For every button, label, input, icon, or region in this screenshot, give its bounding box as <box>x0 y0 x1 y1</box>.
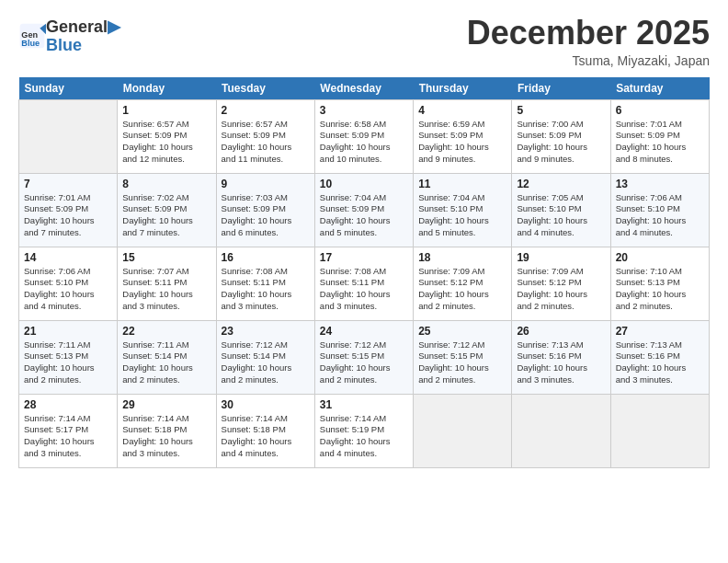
calendar-cell: 31Sunrise: 7:14 AM Sunset: 5:19 PM Dayli… <box>314 394 413 467</box>
calendar-cell: 19Sunrise: 7:09 AM Sunset: 5:12 PM Dayli… <box>512 247 610 320</box>
calendar-cell: 1Sunrise: 6:57 AM Sunset: 5:09 PM Daylig… <box>118 99 216 173</box>
day-info: Sunrise: 7:14 AM Sunset: 5:18 PM Dayligh… <box>222 413 310 460</box>
day-info: Sunrise: 7:12 AM Sunset: 5:15 PM Dayligh… <box>418 339 506 386</box>
calendar-cell: 17Sunrise: 7:08 AM Sunset: 5:11 PM Dayli… <box>314 247 413 320</box>
calendar-cell: 30Sunrise: 7:14 AM Sunset: 5:18 PM Dayli… <box>216 394 314 467</box>
calendar-cell: 29Sunrise: 7:14 AM Sunset: 5:18 PM Dayli… <box>118 394 216 467</box>
weekday-header-friday: Friday <box>512 77 610 100</box>
day-number: 25 <box>418 325 506 338</box>
calendar-cell: 15Sunrise: 7:07 AM Sunset: 5:11 PM Dayli… <box>118 247 216 320</box>
day-info: Sunrise: 7:01 AM Sunset: 5:09 PM Dayligh… <box>24 192 112 239</box>
day-info: Sunrise: 7:05 AM Sunset: 5:10 PM Dayligh… <box>517 192 605 239</box>
day-info: Sunrise: 7:09 AM Sunset: 5:12 PM Dayligh… <box>418 266 506 313</box>
calendar-cell: 13Sunrise: 7:06 AM Sunset: 5:10 PM Dayli… <box>610 173 709 247</box>
day-info: Sunrise: 7:12 AM Sunset: 5:15 PM Dayligh… <box>320 339 408 386</box>
calendar-cell: 28Sunrise: 7:14 AM Sunset: 5:17 PM Dayli… <box>19 394 118 467</box>
calendar-week-3: 14Sunrise: 7:06 AM Sunset: 5:10 PM Dayli… <box>19 247 710 320</box>
day-info: Sunrise: 6:57 AM Sunset: 5:09 PM Dayligh… <box>122 119 210 166</box>
location: Tsuma, Miyazaki, Japan <box>467 53 710 68</box>
day-number: 8 <box>122 178 210 190</box>
svg-text:Blue: Blue <box>21 39 40 48</box>
day-number: 6 <box>616 104 704 117</box>
day-number: 19 <box>517 251 605 264</box>
day-info: Sunrise: 7:11 AM Sunset: 5:14 PM Dayligh… <box>122 339 210 386</box>
logo-icon: Gen Blue <box>18 22 46 50</box>
calendar-cell: 7Sunrise: 7:01 AM Sunset: 5:09 PM Daylig… <box>19 173 118 247</box>
day-info: Sunrise: 7:06 AM Sunset: 5:10 PM Dayligh… <box>24 266 112 313</box>
calendar-cell <box>414 394 512 467</box>
day-info: Sunrise: 6:59 AM Sunset: 5:09 PM Dayligh… <box>418 119 506 166</box>
calendar-cell: 20Sunrise: 7:10 AM Sunset: 5:13 PM Dayli… <box>610 247 709 320</box>
day-info: Sunrise: 7:13 AM Sunset: 5:16 PM Dayligh… <box>616 339 704 386</box>
calendar-cell: 5Sunrise: 7:00 AM Sunset: 5:09 PM Daylig… <box>512 99 610 173</box>
day-number: 27 <box>616 325 704 338</box>
calendar-week-5: 28Sunrise: 7:14 AM Sunset: 5:17 PM Dayli… <box>19 394 710 467</box>
calendar-cell: 2Sunrise: 6:57 AM Sunset: 5:09 PM Daylig… <box>216 99 314 173</box>
month-title: December 2025 <box>467 15 710 52</box>
day-info: Sunrise: 6:58 AM Sunset: 5:09 PM Dayligh… <box>320 119 408 166</box>
day-number: 30 <box>222 398 310 411</box>
calendar-week-1: 1Sunrise: 6:57 AM Sunset: 5:09 PM Daylig… <box>19 99 710 173</box>
title-block: December 2025 Tsuma, Miyazaki, Japan <box>467 15 710 68</box>
calendar-week-2: 7Sunrise: 7:01 AM Sunset: 5:09 PM Daylig… <box>19 173 710 247</box>
calendar-cell: 21Sunrise: 7:11 AM Sunset: 5:13 PM Dayli… <box>19 320 118 394</box>
day-info: Sunrise: 7:07 AM Sunset: 5:11 PM Dayligh… <box>122 266 210 313</box>
calendar-cell: 16Sunrise: 7:08 AM Sunset: 5:11 PM Dayli… <box>216 247 314 320</box>
day-number: 11 <box>418 178 506 190</box>
weekday-header-row: SundayMondayTuesdayWednesdayThursdayFrid… <box>19 77 710 100</box>
day-info: Sunrise: 7:08 AM Sunset: 5:11 PM Dayligh… <box>320 266 408 313</box>
day-number: 22 <box>122 325 210 338</box>
calendar-cell: 22Sunrise: 7:11 AM Sunset: 5:14 PM Dayli… <box>118 320 216 394</box>
calendar-cell: 23Sunrise: 7:12 AM Sunset: 5:14 PM Dayli… <box>216 320 314 394</box>
day-info: Sunrise: 7:00 AM Sunset: 5:09 PM Dayligh… <box>517 119 605 166</box>
weekday-header-saturday: Saturday <box>610 77 709 100</box>
day-info: Sunrise: 7:14 AM Sunset: 5:18 PM Dayligh… <box>122 413 210 460</box>
weekday-header-tuesday: Tuesday <box>216 77 314 100</box>
day-number: 15 <box>122 251 210 264</box>
calendar-cell <box>610 394 709 467</box>
day-number: 17 <box>320 251 408 264</box>
calendar-cell: 24Sunrise: 7:12 AM Sunset: 5:15 PM Dayli… <box>314 320 413 394</box>
calendar-cell: 4Sunrise: 6:59 AM Sunset: 5:09 PM Daylig… <box>414 99 512 173</box>
day-number: 16 <box>222 251 310 264</box>
calendar-cell: 27Sunrise: 7:13 AM Sunset: 5:16 PM Dayli… <box>610 320 709 394</box>
day-info: Sunrise: 7:01 AM Sunset: 5:09 PM Dayligh… <box>616 119 704 166</box>
day-number: 21 <box>24 325 112 338</box>
calendar-week-4: 21Sunrise: 7:11 AM Sunset: 5:13 PM Dayli… <box>19 320 710 394</box>
day-number: 1 <box>122 104 210 117</box>
day-number: 12 <box>517 178 605 190</box>
calendar-cell <box>19 99 118 173</box>
day-number: 18 <box>418 251 506 264</box>
day-info: Sunrise: 6:57 AM Sunset: 5:09 PM Dayligh… <box>222 119 310 166</box>
calendar-cell: 12Sunrise: 7:05 AM Sunset: 5:10 PM Dayli… <box>512 173 610 247</box>
day-info: Sunrise: 7:14 AM Sunset: 5:17 PM Dayligh… <box>24 413 112 460</box>
day-info: Sunrise: 7:04 AM Sunset: 5:09 PM Dayligh… <box>320 192 408 239</box>
day-info: Sunrise: 7:10 AM Sunset: 5:13 PM Dayligh… <box>616 266 704 313</box>
day-info: Sunrise: 7:03 AM Sunset: 5:09 PM Dayligh… <box>222 192 310 239</box>
calendar-cell: 25Sunrise: 7:12 AM Sunset: 5:15 PM Dayli… <box>414 320 512 394</box>
day-info: Sunrise: 7:12 AM Sunset: 5:14 PM Dayligh… <box>222 339 310 386</box>
day-number: 29 <box>122 398 210 411</box>
weekday-header-thursday: Thursday <box>414 77 512 100</box>
calendar-cell: 9Sunrise: 7:03 AM Sunset: 5:09 PM Daylig… <box>216 173 314 247</box>
calendar-cell <box>512 394 610 467</box>
day-number: 2 <box>222 104 310 117</box>
day-number: 31 <box>320 398 408 411</box>
day-number: 10 <box>320 178 408 190</box>
calendar-cell: 11Sunrise: 7:04 AM Sunset: 5:10 PM Dayli… <box>414 173 512 247</box>
day-number: 23 <box>222 325 310 338</box>
page-container: Gen Blue General▶ Blue December 2025 Tsu… <box>0 0 728 477</box>
calendar-cell: 18Sunrise: 7:09 AM Sunset: 5:12 PM Dayli… <box>414 247 512 320</box>
day-number: 9 <box>222 178 310 190</box>
weekday-header-sunday: Sunday <box>19 77 118 100</box>
day-info: Sunrise: 7:08 AM Sunset: 5:11 PM Dayligh… <box>222 266 310 313</box>
day-number: 14 <box>24 251 112 264</box>
calendar-cell: 8Sunrise: 7:02 AM Sunset: 5:09 PM Daylig… <box>118 173 216 247</box>
logo-text: General▶ Blue <box>46 18 120 55</box>
day-info: Sunrise: 7:14 AM Sunset: 5:19 PM Dayligh… <box>320 413 408 460</box>
calendar-cell: 3Sunrise: 6:58 AM Sunset: 5:09 PM Daylig… <box>314 99 413 173</box>
day-number: 7 <box>24 178 112 190</box>
day-info: Sunrise: 7:09 AM Sunset: 5:12 PM Dayligh… <box>517 266 605 313</box>
weekday-header-monday: Monday <box>118 77 216 100</box>
logo: Gen Blue General▶ Blue <box>18 18 120 55</box>
